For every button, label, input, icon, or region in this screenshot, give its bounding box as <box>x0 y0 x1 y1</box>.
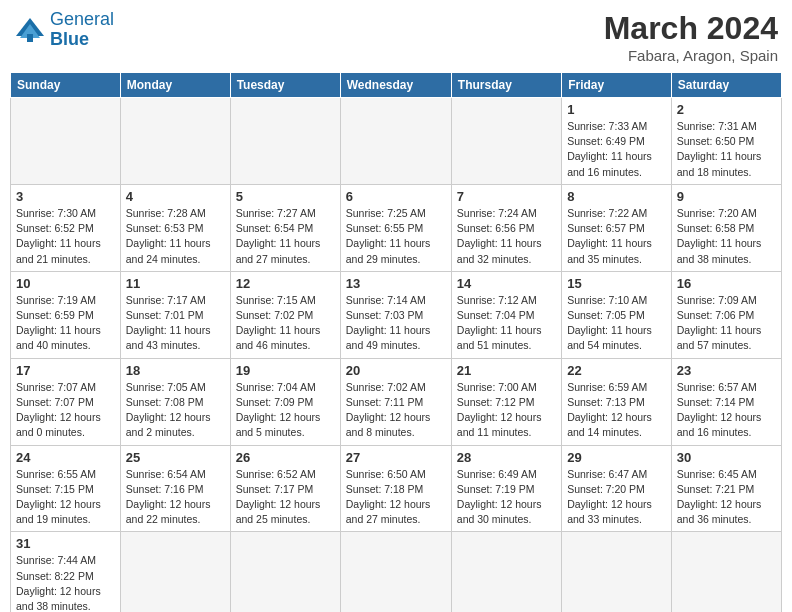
page-header: General Blue March 2024 Fabara, Aragon, … <box>10 10 782 64</box>
calendar-cell <box>340 532 451 612</box>
day-number: 31 <box>16 536 115 551</box>
week-row-6: 31Sunrise: 7:44 AM Sunset: 8:22 PM Dayli… <box>11 532 782 612</box>
title-block: March 2024 Fabara, Aragon, Spain <box>604 10 778 64</box>
day-info: Sunrise: 7:22 AM Sunset: 6:57 PM Dayligh… <box>567 206 666 267</box>
day-info: Sunrise: 7:00 AM Sunset: 7:12 PM Dayligh… <box>457 380 556 441</box>
weekday-header-sunday: Sunday <box>11 73 121 98</box>
calendar-cell: 1Sunrise: 7:33 AM Sunset: 6:49 PM Daylig… <box>562 98 672 185</box>
day-number: 26 <box>236 450 335 465</box>
week-row-3: 10Sunrise: 7:19 AM Sunset: 6:59 PM Dayli… <box>11 271 782 358</box>
calendar-cell: 13Sunrise: 7:14 AM Sunset: 7:03 PM Dayli… <box>340 271 451 358</box>
weekday-header-wednesday: Wednesday <box>340 73 451 98</box>
calendar-cell: 18Sunrise: 7:05 AM Sunset: 7:08 PM Dayli… <box>120 358 230 445</box>
calendar-cell: 11Sunrise: 7:17 AM Sunset: 7:01 PM Dayli… <box>120 271 230 358</box>
calendar-cell: 25Sunrise: 6:54 AM Sunset: 7:16 PM Dayli… <box>120 445 230 532</box>
day-number: 17 <box>16 363 115 378</box>
logo: General Blue <box>14 10 114 50</box>
day-number: 30 <box>677 450 776 465</box>
day-number: 25 <box>126 450 225 465</box>
day-number: 7 <box>457 189 556 204</box>
weekday-header-friday: Friday <box>562 73 672 98</box>
day-number: 8 <box>567 189 666 204</box>
week-row-5: 24Sunrise: 6:55 AM Sunset: 7:15 PM Dayli… <box>11 445 782 532</box>
day-number: 12 <box>236 276 335 291</box>
day-number: 3 <box>16 189 115 204</box>
calendar-cell: 8Sunrise: 7:22 AM Sunset: 6:57 PM Daylig… <box>562 184 672 271</box>
day-number: 9 <box>677 189 776 204</box>
day-number: 28 <box>457 450 556 465</box>
day-number: 16 <box>677 276 776 291</box>
calendar-cell: 4Sunrise: 7:28 AM Sunset: 6:53 PM Daylig… <box>120 184 230 271</box>
calendar-cell: 14Sunrise: 7:12 AM Sunset: 7:04 PM Dayli… <box>451 271 561 358</box>
day-info: Sunrise: 7:04 AM Sunset: 7:09 PM Dayligh… <box>236 380 335 441</box>
day-info: Sunrise: 7:28 AM Sunset: 6:53 PM Dayligh… <box>126 206 225 267</box>
day-number: 5 <box>236 189 335 204</box>
day-info: Sunrise: 7:10 AM Sunset: 7:05 PM Dayligh… <box>567 293 666 354</box>
calendar-cell <box>562 532 672 612</box>
calendar-cell: 29Sunrise: 6:47 AM Sunset: 7:20 PM Dayli… <box>562 445 672 532</box>
week-row-2: 3Sunrise: 7:30 AM Sunset: 6:52 PM Daylig… <box>11 184 782 271</box>
day-info: Sunrise: 7:14 AM Sunset: 7:03 PM Dayligh… <box>346 293 446 354</box>
calendar-cell: 20Sunrise: 7:02 AM Sunset: 7:11 PM Dayli… <box>340 358 451 445</box>
calendar-cell <box>230 98 340 185</box>
day-number: 11 <box>126 276 225 291</box>
day-info: Sunrise: 7:20 AM Sunset: 6:58 PM Dayligh… <box>677 206 776 267</box>
calendar-cell: 17Sunrise: 7:07 AM Sunset: 7:07 PM Dayli… <box>11 358 121 445</box>
calendar-cell <box>671 532 781 612</box>
calendar-cell: 24Sunrise: 6:55 AM Sunset: 7:15 PM Dayli… <box>11 445 121 532</box>
calendar-cell: 2Sunrise: 7:31 AM Sunset: 6:50 PM Daylig… <box>671 98 781 185</box>
day-number: 24 <box>16 450 115 465</box>
day-number: 15 <box>567 276 666 291</box>
calendar-cell: 22Sunrise: 6:59 AM Sunset: 7:13 PM Dayli… <box>562 358 672 445</box>
day-info: Sunrise: 7:25 AM Sunset: 6:55 PM Dayligh… <box>346 206 446 267</box>
day-info: Sunrise: 6:47 AM Sunset: 7:20 PM Dayligh… <box>567 467 666 528</box>
day-info: Sunrise: 7:30 AM Sunset: 6:52 PM Dayligh… <box>16 206 115 267</box>
day-number: 13 <box>346 276 446 291</box>
day-info: Sunrise: 7:31 AM Sunset: 6:50 PM Dayligh… <box>677 119 776 180</box>
day-number: 4 <box>126 189 225 204</box>
calendar-cell: 3Sunrise: 7:30 AM Sunset: 6:52 PM Daylig… <box>11 184 121 271</box>
weekday-header-tuesday: Tuesday <box>230 73 340 98</box>
day-info: Sunrise: 7:27 AM Sunset: 6:54 PM Dayligh… <box>236 206 335 267</box>
calendar-cell: 30Sunrise: 6:45 AM Sunset: 7:21 PM Dayli… <box>671 445 781 532</box>
calendar-cell: 23Sunrise: 6:57 AM Sunset: 7:14 PM Dayli… <box>671 358 781 445</box>
day-number: 21 <box>457 363 556 378</box>
calendar-cell: 21Sunrise: 7:00 AM Sunset: 7:12 PM Dayli… <box>451 358 561 445</box>
day-number: 22 <box>567 363 666 378</box>
calendar-cell <box>451 98 561 185</box>
day-info: Sunrise: 7:12 AM Sunset: 7:04 PM Dayligh… <box>457 293 556 354</box>
weekday-header-saturday: Saturday <box>671 73 781 98</box>
calendar-cell: 16Sunrise: 7:09 AM Sunset: 7:06 PM Dayli… <box>671 271 781 358</box>
weekday-header-thursday: Thursday <box>451 73 561 98</box>
weekday-header-row: SundayMondayTuesdayWednesdayThursdayFrid… <box>11 73 782 98</box>
week-row-4: 17Sunrise: 7:07 AM Sunset: 7:07 PM Dayli… <box>11 358 782 445</box>
day-info: Sunrise: 7:19 AM Sunset: 6:59 PM Dayligh… <box>16 293 115 354</box>
calendar-cell: 12Sunrise: 7:15 AM Sunset: 7:02 PM Dayli… <box>230 271 340 358</box>
day-info: Sunrise: 7:17 AM Sunset: 7:01 PM Dayligh… <box>126 293 225 354</box>
calendar-cell: 9Sunrise: 7:20 AM Sunset: 6:58 PM Daylig… <box>671 184 781 271</box>
calendar-cell: 6Sunrise: 7:25 AM Sunset: 6:55 PM Daylig… <box>340 184 451 271</box>
calendar-cell <box>451 532 561 612</box>
day-number: 18 <box>126 363 225 378</box>
day-number: 2 <box>677 102 776 117</box>
day-info: Sunrise: 7:05 AM Sunset: 7:08 PM Dayligh… <box>126 380 225 441</box>
day-info: Sunrise: 6:54 AM Sunset: 7:16 PM Dayligh… <box>126 467 225 528</box>
day-info: Sunrise: 7:33 AM Sunset: 6:49 PM Dayligh… <box>567 119 666 180</box>
logo-general: General <box>50 9 114 29</box>
logo-text: General Blue <box>50 10 114 50</box>
day-number: 10 <box>16 276 115 291</box>
location-title: Fabara, Aragon, Spain <box>604 47 778 64</box>
day-info: Sunrise: 6:49 AM Sunset: 7:19 PM Dayligh… <box>457 467 556 528</box>
calendar-cell <box>120 532 230 612</box>
day-info: Sunrise: 7:24 AM Sunset: 6:56 PM Dayligh… <box>457 206 556 267</box>
day-info: Sunrise: 6:55 AM Sunset: 7:15 PM Dayligh… <box>16 467 115 528</box>
day-info: Sunrise: 7:44 AM Sunset: 8:22 PM Dayligh… <box>16 553 115 612</box>
logo-blue: Blue <box>50 29 89 49</box>
day-info: Sunrise: 6:52 AM Sunset: 7:17 PM Dayligh… <box>236 467 335 528</box>
week-row-1: 1Sunrise: 7:33 AM Sunset: 6:49 PM Daylig… <box>11 98 782 185</box>
day-number: 27 <box>346 450 446 465</box>
day-number: 19 <box>236 363 335 378</box>
day-info: Sunrise: 6:59 AM Sunset: 7:13 PM Dayligh… <box>567 380 666 441</box>
day-number: 20 <box>346 363 446 378</box>
day-info: Sunrise: 7:02 AM Sunset: 7:11 PM Dayligh… <box>346 380 446 441</box>
